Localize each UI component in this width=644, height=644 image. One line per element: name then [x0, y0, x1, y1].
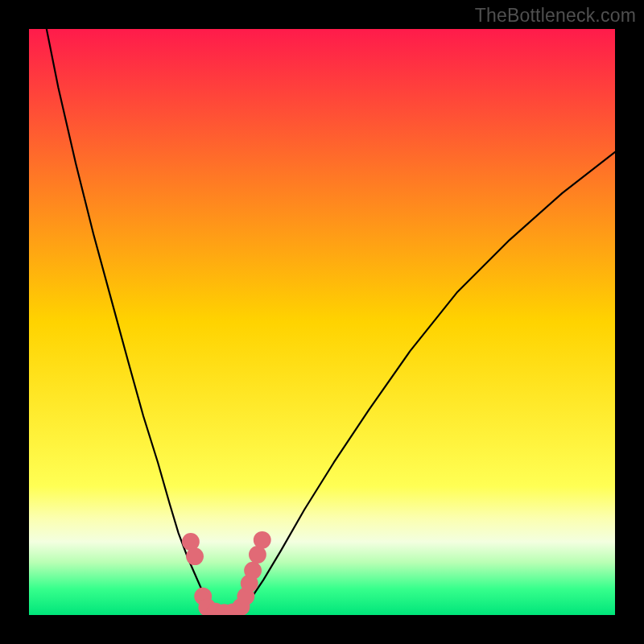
marker-dot: [244, 562, 262, 580]
series-left-branch: [47, 29, 211, 609]
chart-frame: TheBottleneck.com: [0, 0, 644, 644]
marker-dot: [186, 547, 204, 565]
curves-layer: [29, 29, 615, 615]
series-right-branch: [243, 152, 615, 609]
watermark-label: TheBottleneck.com: [475, 5, 636, 27]
marker-dot: [254, 531, 271, 549]
plot-area: [29, 29, 615, 615]
